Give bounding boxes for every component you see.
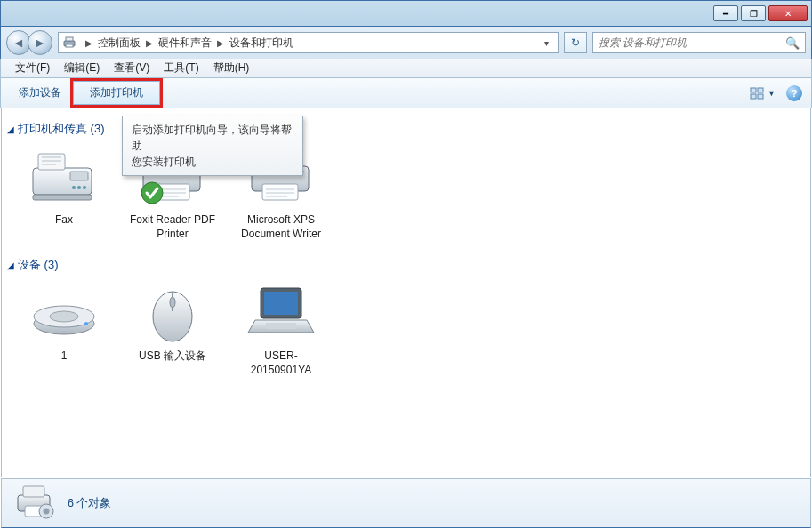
devices-printers-icon	[62, 36, 76, 50]
svg-rect-6	[758, 94, 763, 99]
device-label: Microsoft XPS Document Writer	[235, 213, 327, 241]
svg-rect-16	[33, 195, 92, 200]
close-icon: ✕	[784, 9, 792, 19]
collapse-icon: ◢	[7, 260, 14, 270]
chevron-down-icon: ▼	[768, 89, 776, 98]
svg-point-34	[50, 311, 78, 322]
view-icon	[750, 87, 766, 100]
svg-rect-8	[38, 154, 65, 170]
search-box[interactable]: 🔍	[592, 32, 806, 53]
svg-point-37	[170, 297, 175, 308]
add-printer-button[interactable]: 添加打印机	[73, 81, 160, 105]
svg-rect-3	[751, 88, 756, 92]
breadcrumb-arrow-icon: ▶	[82, 38, 96, 48]
menu-help[interactable]: 帮助(H)	[206, 59, 257, 77]
add-device-button[interactable]: 添加设备	[10, 82, 70, 104]
maximize-button[interactable]: ❐	[741, 5, 766, 21]
svg-point-14	[77, 186, 81, 189]
breadcrumb-item[interactable]: 控制面板	[96, 36, 142, 51]
breadcrumb-arrow-icon: ▶	[142, 38, 157, 48]
device-item-usb-mouse[interactable]: USB 输入设备	[126, 280, 219, 377]
status-text: 6 个对象	[68, 496, 111, 511]
address-dropdown-icon[interactable]: ▾	[538, 38, 554, 48]
highlight-annotation: 添加打印机	[70, 78, 163, 108]
svg-rect-27	[262, 184, 298, 200]
group-devices: ◢ 设备 (3) 1	[5, 253, 807, 377]
add-printer-tooltip: 启动添加打印机向导，该向导将帮助 您安装打印机	[122, 116, 303, 176]
navigation-row: ◄ ► ▶ 控制面板 ▶ 硬件和声音 ▶ 设备和打印机 ▾ ↻ 🔍	[0, 27, 812, 59]
collapse-icon: ◢	[7, 124, 14, 134]
refresh-icon: ↻	[571, 36, 580, 49]
command-bar-right: ▼ ?	[750, 85, 802, 101]
svg-point-15	[83, 186, 86, 189]
status-printer-icon	[14, 485, 55, 522]
command-bar: 添加设备 添加打印机 ▼ ?	[0, 78, 812, 108]
svg-rect-1	[66, 37, 73, 41]
items-row: 1 USB 输入设备	[5, 280, 807, 377]
device-label: USER-20150901YA	[235, 349, 327, 377]
svg-rect-39	[264, 292, 298, 315]
svg-point-45	[44, 509, 50, 515]
menu-tools[interactable]: 工具(T)	[157, 59, 205, 77]
svg-rect-5	[751, 94, 756, 99]
breadcrumb-arrow-icon: ▶	[213, 38, 228, 48]
status-bar: 6 个对象	[1, 478, 811, 528]
svg-rect-4	[758, 88, 763, 92]
address-bar[interactable]: ▶ 控制面板 ▶ 硬件和声音 ▶ 设备和打印机 ▾	[58, 32, 559, 53]
device-item-fax[interactable]: Fax	[18, 144, 110, 241]
svg-rect-40	[266, 323, 296, 329]
maximize-icon: ❐	[750, 9, 758, 19]
group-title: 设备 (3)	[18, 257, 59, 273]
window-titlebar: ━ ❐ ✕	[0, 0, 812, 27]
help-icon: ?	[792, 88, 798, 99]
device-item-drive[interactable]: 1	[18, 280, 110, 377]
menu-bar: 文件(F) 编辑(E) 查看(V) 工具(T) 帮助(H)	[0, 59, 812, 78]
svg-rect-42	[23, 486, 44, 497]
menu-file[interactable]: 文件(F)	[8, 59, 57, 77]
help-button[interactable]: ?	[786, 85, 802, 101]
minimize-icon: ━	[723, 9, 728, 19]
svg-rect-2	[66, 44, 73, 47]
device-item-computer[interactable]: USER-20150901YA	[235, 280, 327, 377]
svg-point-13	[72, 186, 76, 189]
laptop-icon	[241, 280, 321, 344]
close-button[interactable]: ✕	[768, 5, 808, 21]
menu-edit[interactable]: 编辑(E)	[57, 59, 107, 77]
refresh-button[interactable]: ↻	[564, 32, 587, 53]
search-input[interactable]	[599, 36, 785, 49]
device-label: Fax	[18, 213, 110, 228]
group-title: 打印机和传真 (3)	[18, 121, 105, 137]
view-options-button[interactable]: ▼	[750, 87, 776, 100]
svg-point-24	[141, 182, 163, 204]
tooltip-line: 您安装打印机	[132, 154, 293, 170]
svg-point-35	[84, 322, 88, 325]
arrow-right-icon: ►	[34, 36, 46, 50]
nav-buttons: ◄ ►	[6, 30, 52, 55]
breadcrumb-item[interactable]: 设备和打印机	[228, 36, 295, 51]
mouse-icon	[133, 280, 213, 344]
device-label: USB 输入设备	[126, 349, 219, 364]
forward-button[interactable]: ►	[28, 30, 52, 55]
device-label: Foxit Reader PDF Printer	[126, 213, 219, 241]
tooltip-line: 启动添加打印机向导，该向导将帮助	[132, 122, 293, 154]
hard-drive-icon	[24, 280, 104, 344]
group-header-devices[interactable]: ◢ 设备 (3)	[5, 253, 807, 280]
search-icon: 🔍	[785, 36, 800, 50]
minimize-button[interactable]: ━	[713, 5, 738, 21]
device-label: 1	[18, 349, 110, 364]
svg-rect-12	[70, 172, 88, 180]
arrow-left-icon: ◄	[12, 36, 25, 50]
breadcrumb-item[interactable]: 硬件和声音	[157, 36, 213, 51]
menu-view[interactable]: 查看(V)	[107, 59, 157, 77]
fax-icon	[24, 144, 104, 208]
